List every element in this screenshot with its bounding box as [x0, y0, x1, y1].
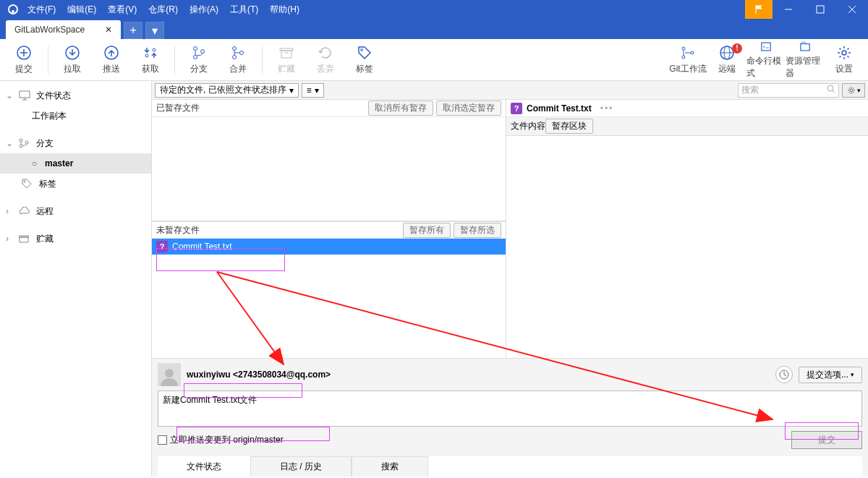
file-item[interactable]: ? Commit Test.txt [152, 239, 506, 255]
stage-hunk-button[interactable]: 暂存区块 [545, 119, 593, 134]
more-options-icon[interactable]: ••• [600, 103, 614, 114]
svg-point-35 [25, 141, 28, 144]
search-input[interactable]: 搜索 [738, 83, 839, 98]
push-immediately-checkbox[interactable]: 立即推送变更到 origin/master [158, 434, 284, 446]
commit-button[interactable]: 提交 [791, 431, 862, 449]
minimize-button[interactable] [773, 0, 804, 19]
preview-content-label: 文件内容 [511, 120, 545, 132]
sidebar: ⌄ 文件状态 工作副本 ⌄ 分支 ○ master 标签 › 远程 › [0, 81, 152, 477]
svg-point-20 [361, 48, 363, 51]
commit-toolbar-button[interactable]: 提交 [4, 40, 43, 80]
list-icon: ≡ [307, 85, 312, 95]
close-button[interactable] [836, 0, 868, 19]
chevron-down-icon: ⌄ [6, 90, 14, 101]
file-list-pane: 已暂存文件 取消所有暂存 取消选定暂存 未暂存文件 暂存所有 暂存所选 [152, 100, 506, 358]
commit-options-button[interactable]: 提交选项... ▾ [799, 367, 862, 383]
stage-all-button[interactable]: 暂存所有 [403, 223, 451, 238]
repo-tab-label: GitLabWorkSpace [14, 25, 85, 35]
dropdown-arrow-icon: ▾ [857, 87, 861, 94]
current-branch-indicator-icon: ○ [32, 158, 41, 168]
commit-area: wuxinyiwu <2743508034@qq.com> 提交选项... ▾ … [152, 358, 868, 477]
file-name: Commit Test.txt [172, 242, 231, 252]
new-tab-button[interactable]: + [124, 22, 142, 39]
remote-toolbar-button[interactable]: ! 远端 [707, 40, 746, 80]
sidebar-tags[interactable]: 标签 [0, 174, 151, 194]
chevron-down-icon: ⌄ [6, 138, 14, 148]
staged-title: 已暂存文件 [156, 102, 200, 114]
stash-toolbar-button[interactable]: 贮藏 [267, 40, 306, 80]
svg-point-18 [240, 51, 244, 54]
preview-content [506, 136, 868, 358]
menu-repo[interactable]: 仓库(R) [142, 0, 184, 19]
tab-menu-button[interactable]: ▾ [145, 22, 164, 39]
commit-author: wuxinyiwu <2743508034@qq.com> [187, 370, 770, 380]
sidebar-remotes[interactable]: › 远程 [0, 201, 151, 221]
sort-dropdown[interactable]: 待定的文件, 已依照文件状态排序 ▾ [155, 83, 299, 98]
svg-point-38 [827, 85, 833, 91]
unstaged-file-list: ? Commit Test.txt [152, 239, 506, 358]
pull-toolbar-button[interactable]: 拉取 [53, 40, 92, 80]
svg-point-36 [24, 181, 25, 182]
sidebar-file-status[interactable]: ⌄ 文件状态 [0, 85, 151, 106]
menu-file[interactable]: 文件(F) [22, 0, 61, 19]
repo-tab[interactable]: GitLabWorkSpace ✕ [6, 20, 121, 39]
settings-dropdown[interactable]: ▾ [842, 83, 865, 98]
svg-rect-19 [281, 51, 292, 58]
unstage-selected-button[interactable]: 取消选定暂存 [436, 101, 501, 116]
menu-actions[interactable]: 操作(A) [184, 0, 224, 19]
view-mode-dropdown[interactable]: ≡ ▾ [302, 83, 324, 98]
notification-flag-icon[interactable] [745, 0, 773, 19]
svg-point-11 [145, 54, 148, 57]
checkbox-icon [158, 435, 167, 445]
close-tab-icon[interactable]: ✕ [105, 25, 112, 35]
menu-help[interactable]: 帮助(H) [264, 0, 305, 19]
chevron-right-icon: › [6, 234, 14, 244]
tab-log[interactable]: 日志 / 历史 [250, 456, 352, 477]
stash-icon [19, 234, 32, 243]
menu-tools[interactable]: 工具(T) [224, 0, 264, 19]
svg-line-39 [833, 90, 835, 93]
panes: 已暂存文件 取消所有暂存 取消选定暂存 未暂存文件 暂存所有 暂存所选 [152, 100, 868, 358]
svg-point-23 [691, 51, 694, 54]
svg-point-29 [842, 51, 846, 55]
tab-bar: GitLabWorkSpace ✕ + ▾ [0, 19, 868, 39]
tag-toolbar-button[interactable]: 标签 [345, 40, 384, 80]
dropdown-arrow-icon: ▾ [289, 85, 294, 95]
unstaged-title: 未暂存文件 [156, 224, 200, 236]
staged-file-list [152, 117, 506, 221]
push-toolbar-button[interactable]: 推送 [92, 40, 131, 80]
unstage-all-button[interactable]: 取消所有暂存 [368, 101, 433, 116]
tab-search[interactable]: 搜索 [352, 456, 428, 477]
commit-message-input[interactable]: 新建Commit Test.txt文件 [158, 390, 862, 427]
svg-point-22 [682, 56, 685, 59]
search-icon [827, 85, 835, 95]
svg-point-16 [233, 46, 237, 50]
svg-point-14 [194, 55, 197, 59]
bottom-tabs: 文件状态 日志 / 历史 搜索 [158, 456, 862, 477]
sidebar-working-copy[interactable]: 工作副本 [0, 106, 151, 126]
discard-toolbar-button[interactable]: 丢弃 [306, 40, 345, 80]
sidebar-stashes[interactable]: › 贮藏 [0, 229, 151, 249]
branch-toolbar-button[interactable]: 分支 [179, 40, 218, 80]
explorer-toolbar-button[interactable]: 资源管理器 [786, 40, 825, 80]
menu-view[interactable]: 查看(V) [102, 0, 142, 19]
fetch-toolbar-button[interactable]: 获取 [131, 40, 170, 80]
sidebar-branches[interactable]: ⌄ 分支 [0, 133, 151, 153]
history-button[interactable] [775, 366, 793, 383]
terminal-toolbar-button[interactable]: 命令行模式 [746, 40, 786, 80]
dropdown-arrow-icon: ▾ [851, 371, 854, 378]
settings-toolbar-button[interactable]: 设置 [825, 40, 864, 80]
tab-file-status[interactable]: 文件状态 [158, 456, 250, 477]
maximize-button[interactable] [804, 0, 836, 19]
unstaged-section: 未暂存文件 暂存所有 暂存所选 ? Commit Test.txt [152, 221, 506, 358]
untracked-icon: ? [156, 241, 168, 252]
menu-edit[interactable]: 编辑(E) [61, 0, 102, 19]
dropdown-arrow-icon: ▾ [315, 85, 319, 95]
sidebar-branch-master[interactable]: ○ master [0, 153, 151, 174]
merge-toolbar-button[interactable]: 合并 [218, 40, 258, 80]
svg-rect-37 [20, 237, 28, 242]
monitor-icon [19, 90, 32, 101]
preview-pane: ? Commit Test.txt ••• 文件内容 暂存区块 [506, 100, 868, 358]
stage-selected-button[interactable]: 暂存所选 [454, 223, 501, 238]
gitflow-toolbar-button[interactable]: Git工作流 [668, 40, 707, 80]
